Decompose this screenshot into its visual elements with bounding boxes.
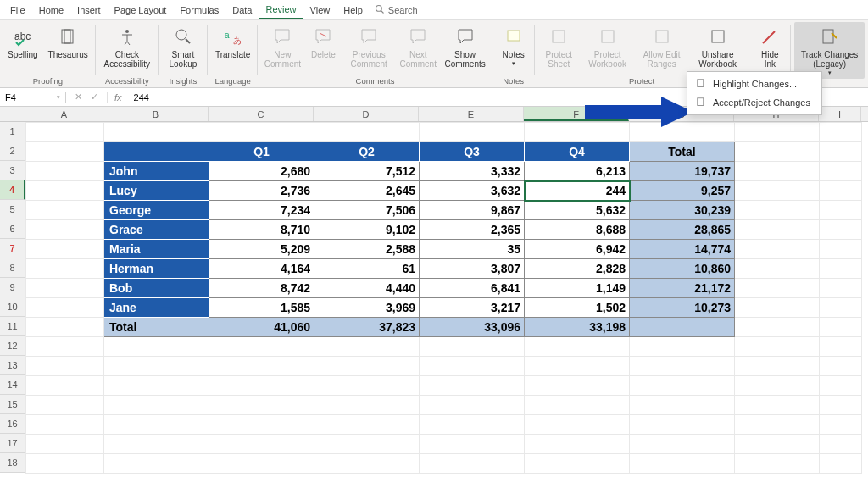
svg-rect-13 xyxy=(602,30,614,42)
group-accessibility: Check Accessibility Accessibility xyxy=(96,20,159,87)
group-language: aあ Translate Language xyxy=(208,20,258,87)
show-comments-icon xyxy=(453,25,477,48)
row-header-18[interactable]: 18 xyxy=(0,453,25,473)
chevron-down-icon: ▾ xyxy=(828,69,832,76)
highlight-changes-item[interactable]: Highlight Changes... xyxy=(687,75,821,93)
translate-button[interactable]: aあ Translate xyxy=(211,22,254,75)
check-accessibility-button[interactable]: Check Accessibility xyxy=(99,22,155,75)
group-insights: Smart Lookup Insights xyxy=(159,20,208,87)
row-header-7[interactable]: 7 xyxy=(0,239,25,258)
accept-reject-changes-item[interactable]: Accept/Reject Changes xyxy=(687,93,821,112)
cells[interactable]: Q1Q2Q3Q4TotalJohn2,6807,5123,3326,21319,… xyxy=(25,122,868,474)
track-changes-button[interactable]: Track Changes (Legacy) ▾ xyxy=(794,22,865,79)
confirm-icon[interactable]: ✓ xyxy=(91,92,98,103)
svg-rect-12 xyxy=(553,30,565,42)
tab-insert[interactable]: Insert xyxy=(70,2,108,19)
next-comment-button[interactable]: Next Comment xyxy=(397,22,439,75)
row-header-5[interactable]: 5 xyxy=(0,200,25,219)
row-header-1[interactable]: 1 xyxy=(0,122,25,141)
column-header-I[interactable]: I xyxy=(819,107,861,121)
search-box[interactable]: Search xyxy=(375,4,418,16)
group-proofing: abc Spelling Thesaurus Proofing xyxy=(0,20,96,87)
unshare-icon xyxy=(706,25,730,48)
svg-rect-11 xyxy=(508,30,520,41)
row-header-8[interactable]: 8 xyxy=(0,258,25,278)
tab-view[interactable]: View xyxy=(303,2,337,19)
row-header-15[interactable]: 15 xyxy=(0,395,25,414)
row-header-9[interactable]: 9 xyxy=(0,278,25,297)
svg-line-10 xyxy=(320,33,326,36)
row-header-13[interactable]: 13 xyxy=(0,356,25,375)
search-icon xyxy=(375,4,385,16)
chevron-down-icon: ▾ xyxy=(57,94,60,101)
chevron-down-icon: ▾ xyxy=(512,60,515,67)
svg-rect-3 xyxy=(62,30,70,43)
translate-icon: aあ xyxy=(221,25,245,48)
prev-comment-button[interactable]: Previous Comment xyxy=(342,22,395,75)
show-comments-button[interactable]: Show Comments xyxy=(441,22,488,75)
column-header-B[interactable]: B xyxy=(103,107,209,121)
svg-rect-17 xyxy=(698,80,704,87)
svg-rect-15 xyxy=(712,30,724,42)
notes-button[interactable]: Notes ▾ xyxy=(496,22,531,75)
track-changes-dropdown: Highlight Changes... Accept/Reject Chang… xyxy=(687,71,822,115)
smart-lookup-button[interactable]: Smart Lookup xyxy=(162,22,204,75)
notes-icon xyxy=(502,25,526,48)
row-header-4[interactable]: 4 xyxy=(0,180,25,200)
svg-text:a: a xyxy=(225,30,230,40)
accessibility-icon xyxy=(115,25,139,48)
highlight-icon xyxy=(696,78,708,90)
accept-reject-icon xyxy=(696,97,708,108)
column-header-A[interactable]: A xyxy=(25,107,103,121)
svg-rect-4 xyxy=(64,30,73,43)
delete-comment-button[interactable]: Delete xyxy=(305,22,341,75)
row-header-16[interactable]: 16 xyxy=(0,414,25,434)
row-header-2[interactable]: 2 xyxy=(0,141,25,161)
protect-workbook-button[interactable]: Protect Workbook xyxy=(581,22,633,75)
tab-page-layout[interactable]: Page Layout xyxy=(108,2,174,19)
hide-ink-button[interactable]: Hide Ink ▾ xyxy=(752,22,787,79)
column-header-E[interactable]: E xyxy=(419,107,524,121)
row-header-11[interactable]: 11 xyxy=(0,317,25,336)
tab-data[interactable]: Data xyxy=(225,2,259,19)
row-header-3[interactable]: 3 xyxy=(0,161,25,180)
row-header-17[interactable]: 17 xyxy=(0,434,25,453)
row-header-10[interactable]: 10 xyxy=(0,297,25,317)
column-header-D[interactable]: D xyxy=(314,107,419,121)
select-all-corner[interactable] xyxy=(0,107,25,122)
group-notes: Notes ▾ Notes xyxy=(492,20,535,87)
svg-point-6 xyxy=(176,30,186,40)
row-headers: 123456789101112131415161718 xyxy=(0,122,25,473)
unshare-workbook-button[interactable]: Unshare Workbook xyxy=(690,22,745,75)
new-comment-icon xyxy=(270,25,294,48)
name-box[interactable]: F4 ▾ xyxy=(0,92,66,103)
spelling-icon: abc xyxy=(11,25,35,48)
row-header-12[interactable]: 12 xyxy=(0,336,25,356)
tab-review[interactable]: Review xyxy=(259,1,303,19)
allow-edit-icon xyxy=(650,25,674,48)
thesaurus-button[interactable]: Thesaurus xyxy=(44,22,92,75)
svg-line-1 xyxy=(381,10,383,13)
svg-marker-19 xyxy=(585,97,693,127)
protect-workbook-icon xyxy=(596,25,620,48)
tab-formulas[interactable]: Formulas xyxy=(173,2,225,19)
tab-help[interactable]: Help xyxy=(337,2,370,19)
spelling-button[interactable]: abc Spelling xyxy=(3,22,42,75)
protect-sheet-button[interactable]: Protect Sheet xyxy=(538,22,580,75)
cancel-icon[interactable]: ✕ xyxy=(75,92,82,103)
tab-file[interactable]: File xyxy=(3,2,32,19)
delete-comment-icon xyxy=(311,25,335,48)
formula-bar-controls: ✕ ✓ xyxy=(66,92,108,103)
new-comment-button[interactable]: New Comment xyxy=(261,22,303,75)
tab-home[interactable]: Home xyxy=(32,2,70,19)
column-header-C[interactable]: C xyxy=(209,107,314,121)
hide-ink-icon xyxy=(758,25,782,48)
allow-edit-ranges-button[interactable]: Allow Edit Ranges xyxy=(635,22,688,75)
fx-icon[interactable]: fx xyxy=(108,92,129,103)
svg-rect-14 xyxy=(656,30,668,42)
thesaurus-icon xyxy=(56,25,80,48)
spreadsheet-grid: ABCDEFGHI 123456789101112131415161718 Q1… xyxy=(0,107,868,474)
svg-point-0 xyxy=(376,5,381,11)
row-header-14[interactable]: 14 xyxy=(0,375,25,395)
row-header-6[interactable]: 6 xyxy=(0,219,25,239)
